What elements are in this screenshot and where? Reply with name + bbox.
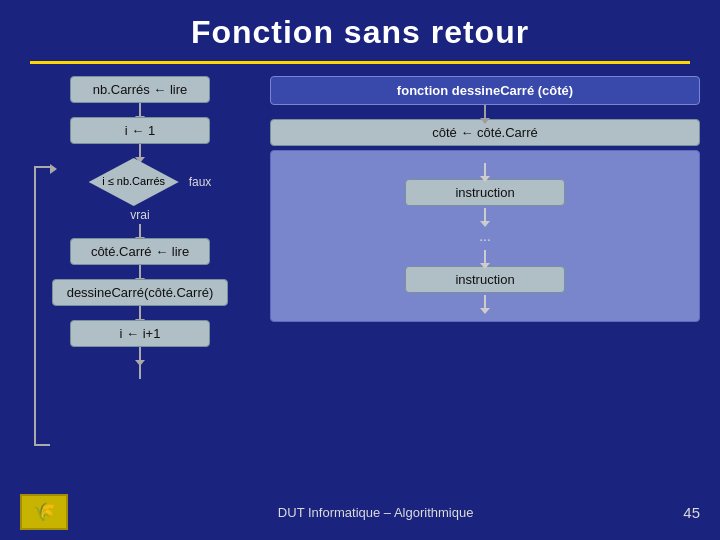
footer-page: 45 xyxy=(683,504,700,521)
func-arrow1 xyxy=(484,105,486,119)
footer-logo: 🌾 xyxy=(20,494,68,530)
box-nb-carres-text: nb.Carrés ← lire xyxy=(93,82,188,97)
diamond-condition: i ≤ nb.Carrés xyxy=(89,158,179,206)
box-cote-lire: côté.Carré ← lire xyxy=(70,238,210,265)
loop-back-arrow xyxy=(34,166,50,446)
func-dots: ... xyxy=(479,228,491,244)
box-dessine: dessineCarré(côté.Carré) xyxy=(52,279,229,306)
arrow6 xyxy=(139,347,141,361)
arrow1 xyxy=(139,103,141,117)
title-underline xyxy=(30,61,690,64)
func-instruction1: instruction xyxy=(405,179,565,206)
func-param-text: côté ← côté.Carré xyxy=(432,125,538,140)
arrow5 xyxy=(139,306,141,320)
func-inner-arrow3 xyxy=(484,250,486,264)
func-inner-arrow1 xyxy=(484,163,486,177)
func-dots-text: ... xyxy=(479,228,491,244)
box-cote-lire-text: côté.Carré ← lire xyxy=(91,244,189,259)
func-body: instruction ... instruction xyxy=(270,150,700,322)
slide: Fonction sans retour nb.Carrés ← lire i … xyxy=(0,0,720,540)
box-nb-carres: nb.Carrés ← lire xyxy=(70,76,210,103)
right-panel: fonction dessineCarré (côté) côté ← côté… xyxy=(270,76,700,379)
box-i-init: i ← 1 xyxy=(70,117,210,144)
func-instruction2-text: instruction xyxy=(455,272,514,287)
title-text: Fonction sans retour xyxy=(191,14,529,50)
func-header: fonction dessineCarré (côté) xyxy=(270,76,700,105)
footer-label: DUT Informatique – Algorithmique xyxy=(278,505,474,520)
slide-title: Fonction sans retour xyxy=(0,0,720,61)
content-area: nb.Carrés ← lire i ← 1 i ≤ nb.Carrés xyxy=(0,76,720,379)
left-flowchart: nb.Carrés ← lire i ← 1 i ≤ nb.Carrés xyxy=(20,76,260,379)
vrai-label-text: vrai xyxy=(130,208,149,222)
func-inner-arrow4 xyxy=(484,295,486,309)
diamond-text: i ≤ nb.Carrés xyxy=(102,175,165,188)
box-dessine-text: dessineCarré(côté.Carré) xyxy=(67,285,214,300)
arrow2 xyxy=(139,144,141,158)
footer-page-num: 45 xyxy=(683,504,700,521)
box-i-incr-text: i ← i+1 xyxy=(120,326,161,341)
vrai-label: vrai xyxy=(130,208,149,222)
func-instruction2: instruction xyxy=(405,266,565,293)
arrow4 xyxy=(139,265,141,279)
func-inner-arrow2 xyxy=(484,208,486,222)
footer: 🌾 DUT Informatique – Algorithmique 45 xyxy=(0,494,720,530)
func-header-text: fonction dessineCarré (côté) xyxy=(397,83,573,98)
footer-text: DUT Informatique – Algorithmique xyxy=(68,505,683,520)
diamond-row: i ≤ nb.Carrés faux xyxy=(30,158,250,206)
func-instruction1-text: instruction xyxy=(455,185,514,200)
arrow3 xyxy=(139,224,141,238)
box-i-init-text: i ← 1 xyxy=(125,123,155,138)
faux-label: faux xyxy=(189,175,212,189)
box-i-incr: i ← i+1 xyxy=(70,320,210,347)
